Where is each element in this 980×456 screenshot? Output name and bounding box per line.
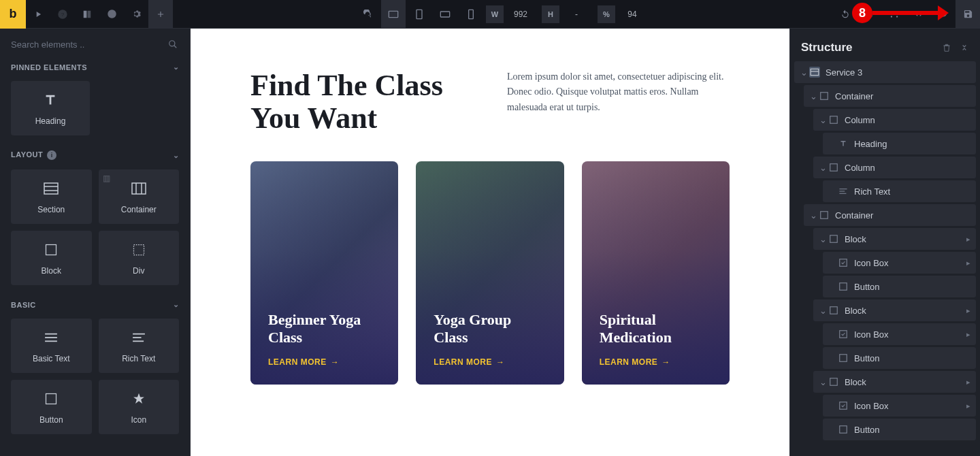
tile-label: Section [37,205,65,214]
tile-label: Container [121,205,157,214]
arrow-right-icon: → [331,357,340,367]
viewport-desktop[interactable] [381,0,406,29]
cta-label: LEARN MORE [268,357,327,367]
panel-title: Structure [801,41,853,54]
tile-button[interactable]: Button [11,380,92,434]
tree-row-rich-text[interactable]: Rich Text [823,180,976,202]
chevron-down-icon[interactable]: ⌄ [808,210,819,221]
chevron-down-icon[interactable]: ⌄ [798,67,809,78]
tree-row-block[interactable]: ⌄Block▸ [813,299,976,321]
svg-rect-32 [830,164,838,172]
height-value[interactable]: - [559,5,593,23]
add-button[interactable] [148,0,173,29]
pinned-section-header[interactable]: PINNED ELEMENTS ⌄ [0,57,190,77]
tile-section[interactable]: Section [11,169,92,224]
basic-section-header[interactable]: BASIC ⌄ [0,295,190,314]
tree-row-column[interactable]: ⌄Column [813,157,976,178]
card-overlay [416,161,564,385]
save-button[interactable] [956,0,980,29]
collapse-icon[interactable] [960,43,969,52]
chevron-down-icon[interactable]: ⌄ [808,91,819,101]
settings-button[interactable] [124,0,148,29]
svg-rect-42 [840,355,847,362]
tile-rich-text[interactable]: Rich Text [99,319,180,373]
hero-heading[interactable]: Find The Class You Want [250,69,473,135]
viewport-mobile[interactable] [459,0,483,29]
card-yoga-group[interactable]: Yoga Group Class LEARN MORE→ [416,161,564,385]
tile-block[interactable]: Block [11,231,92,285]
badge-icon: ▸ [966,259,970,267]
cta-label: LEARN MORE [434,357,492,367]
chevron-down-icon[interactable]: ⌄ [817,163,828,173]
block-icon [44,240,58,259]
tile-label: Rich Text [122,354,155,363]
tree-row-icon-box[interactable]: Icon Box▸ [823,252,976,274]
hero-paragraph[interactable]: Lorem ipsum dolor sit amet, consectetuer… [507,69,730,115]
tile-heading[interactable]: Heading [11,81,90,135]
badge-icon: ▸ [966,235,970,244]
tree-row-icon-box[interactable]: Icon Box▸ [823,323,976,345]
svg-rect-3 [88,10,91,18]
help-button[interactable]: ? [50,0,75,29]
tree-row-heading[interactable]: Heading [823,133,976,154]
card-spiritual[interactable]: Spiritual Medication LEARN MORE→ [582,161,730,385]
svg-rect-41 [840,331,847,338]
svg-rect-20 [133,245,144,255]
card-title: Beginner Yoga Class [268,311,380,346]
tree-row-column[interactable]: ⌄Column [813,109,976,131]
canvas[interactable]: Find The Class You Want Lorem ipsum dolo… [191,29,789,456]
star-icon [132,389,146,408]
svg-rect-16 [132,183,146,194]
tile-div[interactable]: Div [99,231,180,285]
tree-label: Block [845,234,866,244]
svg-rect-39 [840,283,847,291]
cta-label: LEARN MORE [600,357,658,367]
svg-rect-31 [830,116,838,124]
annotation-step-8: 8 [852,3,941,23]
chevron-down-icon[interactable]: ⌄ [817,234,828,244]
card-cta[interactable]: LEARN MORE→ [268,357,380,367]
tree-row-container[interactable]: ⌄Container [804,85,976,107]
tree-label: Container [835,91,873,101]
viewport-tablet-portrait[interactable] [407,0,431,29]
zoom-value[interactable]: 94 [615,5,649,23]
chevron-down-icon: ⌄ [173,300,180,309]
tree-row-button[interactable]: Button [823,276,976,297]
viewport-tablet-landscape[interactable] [433,0,457,29]
tree-label: Block [845,377,866,387]
chevron-down-icon[interactable]: ⌄ [817,115,828,125]
tree-row-button[interactable]: Button [823,419,976,440]
svg-rect-4 [389,11,397,17]
tile-icon[interactable]: Icon [99,380,180,434]
tree-row-block[interactable]: ⌄Block▸ [813,371,976,393]
annotation-arrow [872,11,941,15]
search-input[interactable] [11,39,179,50]
width-value[interactable]: 992 [504,5,538,23]
trash-icon[interactable] [942,43,951,52]
tree-label: Heading [854,139,887,149]
tree-row-block[interactable]: ⌄Block▸ [813,228,976,250]
search-icon [168,39,178,49]
tile-label: Block [42,266,61,276]
tree-row-service-3[interactable]: ⌄Service 3 [794,61,976,83]
chevron-down-icon[interactable]: ⌄ [817,306,828,316]
card-cta[interactable]: LEARN MORE→ [600,357,712,367]
tree-row-container[interactable]: ⌄Container [804,204,976,226]
reload-button[interactable] [355,0,380,29]
section-icon [43,179,59,198]
svg-text:?: ? [61,11,65,17]
history-button[interactable] [99,0,124,29]
panels-button[interactable] [75,0,99,29]
chevron-down-icon[interactable]: ⌄ [817,377,828,387]
app-logo[interactable]: b [0,0,26,29]
play-button[interactable] [26,0,50,29]
tree-row-icon-box[interactable]: Icon Box▸ [823,395,976,417]
card-cta[interactable]: LEARN MORE→ [434,357,546,367]
tree-row-button[interactable]: Button [823,347,976,369]
iconbox-icon [838,329,849,340]
tile-basic-text[interactable]: Basic Text [11,319,92,373]
tile-container[interactable]: ▥ Container [99,169,180,224]
container-icon [131,179,147,198]
layout-section-header[interactable]: LAYOUTi ⌄ [0,145,190,165]
card-beginner-yoga[interactable]: Beginner Yoga Class LEARN MORE→ [250,161,398,385]
